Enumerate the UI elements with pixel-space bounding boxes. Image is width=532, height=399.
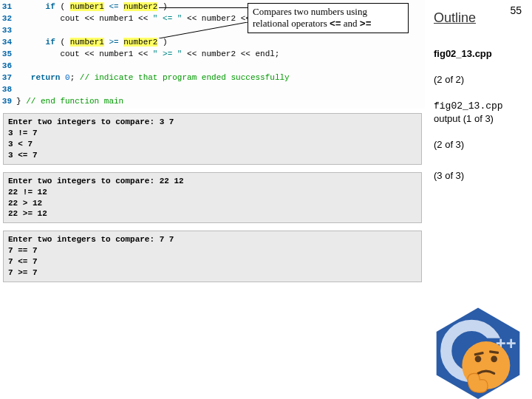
- code-line-35: 35 cout << number1 << " >= " << number2 …: [0, 49, 425, 61]
- svg-point-6: [475, 356, 482, 363]
- output-box-1: Enter two integers to compare: 3 7 3 != …: [3, 113, 422, 164]
- sidebar-item-2of2: (2 of 2): [434, 74, 523, 86]
- callout-sym-2: >=: [360, 18, 372, 30]
- sidebar-item-filename: fig02_13.cpp: [434, 48, 523, 61]
- callout-connector-1: [159, 7, 248, 8]
- output-box-2: Enter two integers to compare: 22 12 22 …: [3, 172, 422, 223]
- page-number: 55: [510, 4, 522, 16]
- callout-mid: and: [341, 18, 360, 29]
- sidebar-item-3of3: (3 of 3): [434, 170, 523, 183]
- code-line-37: 37 return 0; // indicate that program en…: [0, 72, 425, 84]
- sidebar-mono: fig02_13.cpp: [434, 100, 503, 112]
- code-line-38: 38: [0, 84, 425, 96]
- callout-text-2a: relational operators: [253, 18, 330, 29]
- svg-point-7: [491, 356, 497, 363]
- output-box-3: Enter two integers to compare: 7 7 7 == …: [3, 231, 422, 282]
- callout-sym-1: <=: [330, 18, 341, 30]
- code-line-34: 34 if ( number1 >= number2 ): [0, 37, 425, 49]
- sidebar-item-2of3: (2 of 3): [434, 139, 523, 151]
- sidebar-output-label: output (1 of 3): [434, 113, 494, 124]
- code-line-39: 39} // end function main: [0, 96, 425, 108]
- sidebar-item-output-1: fig02_13.cpp output (1 of 3): [434, 100, 523, 126]
- callout-text-1: Compares two numbers using: [253, 6, 367, 17]
- code-line-36: 36: [0, 61, 425, 72]
- svg-line-0: [159, 22, 248, 38]
- content-panel: Compares two numbers using relational op…: [0, 0, 425, 399]
- cpp-logo-icon: ++: [430, 303, 526, 399]
- callout-connector-2: [159, 22, 248, 38]
- callout-box: Compares two numbers using relational op…: [248, 3, 409, 33]
